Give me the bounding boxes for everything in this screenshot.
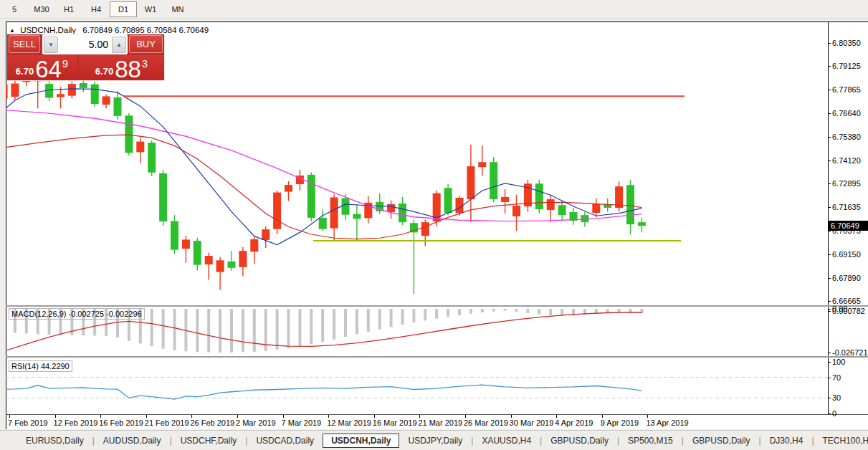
axis-tick [828,207,831,208]
timeframe-button-mn[interactable]: MN [164,1,191,17]
buy-button[interactable]: BUY [129,35,163,53]
timeframe-button-5[interactable]: 5 [1,1,28,17]
candle-body-up [102,96,110,105]
candle-body-up [250,239,258,252]
current-price-tag: 6.70649 [829,221,868,231]
volume-spinner: ▼ ▲ [42,34,128,54]
date-tick [100,415,101,418]
candle-body-up [421,222,429,236]
candle-body-up [182,239,190,249]
candle-body-up [592,204,600,213]
date-axis-label: 16 Mar 2019 [373,418,417,427]
volume-increase-button[interactable]: ▲ [112,37,126,53]
axis-tick [828,113,831,114]
candle-body-down [353,214,361,219]
chart-tab-usdchf-2[interactable]: USDCHF,Daily [172,434,246,448]
axis-tick [828,413,831,414]
candle-body-down [342,198,350,214]
candle-body-down [319,218,327,229]
date-tick [647,415,648,418]
price-axis-divider [828,21,829,414]
candle-body-down [194,241,201,265]
chart-tab-usdcad-3[interactable]: USDCAD,Daily [247,434,323,448]
price-axis-label: 6.77865 [832,85,861,95]
axis-tick [828,43,831,44]
volume-input[interactable] [58,37,112,52]
candle-body-down [638,222,646,226]
price-axis-label: 6.67890 [832,274,861,283]
macd-name: MACD(12,26,9) [11,310,66,318]
chart-tab-eurusd-0[interactable]: EURUSD,Daily [17,434,92,448]
date-tick [465,415,466,418]
timeframe-button-w1[interactable]: W1 [137,1,164,17]
candle-body-down [228,262,236,268]
date-tick [374,415,375,418]
candle-body-up [205,256,213,264]
date-tick [237,415,238,418]
date-axis-label: 2 Mar 2019 [236,418,276,427]
price-axis-label: 6.76640 [832,109,861,118]
buy-price-prefix: 6.70 [95,66,113,77]
candle-body-down [444,188,452,213]
sell-price-big-digits: 64 [35,59,62,80]
date-axis-label: 26 Mar 2019 [464,418,508,427]
timeframe-button-d1[interactable]: D1 [110,1,137,17]
candle-body-down [80,83,87,88]
candle-body-up [501,197,509,202]
candlestick-series [6,74,646,294]
rsi-indicator-label: RSI(14) 44.2290 [9,360,72,372]
candle-body-up [216,260,224,272]
macd-values: -0.002725 -0.002296 [68,310,141,318]
ma-slow-line [6,110,642,221]
candle-body-down [558,205,566,215]
date-tick [146,415,147,418]
candle-body-down [159,173,167,221]
candle-body-up [262,229,270,240]
candle-body-up [467,166,474,199]
timeframe-button-h4[interactable]: H4 [82,1,110,17]
axis-tick [828,309,831,310]
date-tick [556,415,557,418]
buy-price-pip-digit: 3 [142,57,148,70]
chart-tab-gbpusd-9[interactable]: GBPUSD,Daily [684,434,759,448]
date-axis-label: 30 Mar 2019 [510,418,554,427]
axis-tick [828,231,831,231]
buy-price-box[interactable]: 6.70 88 3 [79,55,164,80]
candle-body-down [535,183,543,209]
sell-price-box[interactable]: 6.70 64 9 [7,55,77,80]
candle-body-up [136,142,144,153]
date-axis-label: 26 Feb 2019 [190,418,234,427]
candle-body-up [478,162,486,167]
date-tick [191,415,192,418]
candle-body-down [114,97,122,116]
chart-tab-usdjpy-5[interactable]: USDJPY,Daily [399,434,471,448]
candle-body-up [68,84,76,96]
chart-tab-tech100-11[interactable]: TECH100,H1 [814,434,868,448]
chart-tab-bar: EURUSD,Daily|AUDUSD,Daily|USDCHF,Daily|U… [0,430,868,450]
price-axis-label: 6.72895 [832,179,861,188]
axis-tick [828,137,831,138]
timeframe-button-h1[interactable]: H1 [55,1,82,17]
timeframe-button-m30[interactable]: M30 [28,1,55,17]
date-axis-label: 7 Feb 2019 [8,418,48,427]
candle-body-up [387,204,395,212]
chart-tab-usdcnh-4[interactable]: USDCNH,Daily [323,434,399,448]
rsi-name: RSI(14) [11,362,39,370]
rsi-axis-label: 30 [832,393,841,403]
rsi-value: 44.2290 [41,362,70,370]
candle-body-down [626,185,634,224]
chart-tab-audusd-1[interactable]: AUDUSD,Daily [95,434,170,448]
collapse-triangle-icon[interactable]: ▲ [9,27,15,34]
axis-tick [828,90,831,90]
date-tick [55,415,56,418]
rsi-pane-canvas[interactable] [6,358,828,414]
candle-body-up [330,197,338,228]
volume-decrease-button[interactable]: ▼ [44,37,58,53]
chart-tab-gbpusd-7[interactable]: GBPUSD,Daily [542,434,617,448]
sell-button[interactable]: SELL [9,35,40,53]
chart-tab-xauusd-6[interactable]: XAUUSD,H4 [473,434,540,448]
candle-body-down [307,175,315,218]
chart-tab-dj30-10[interactable]: DJ30,H4 [761,434,812,448]
candle-body-up [285,185,292,191]
chart-tab-sp500-8[interactable]: SP500,M15 [619,434,682,448]
